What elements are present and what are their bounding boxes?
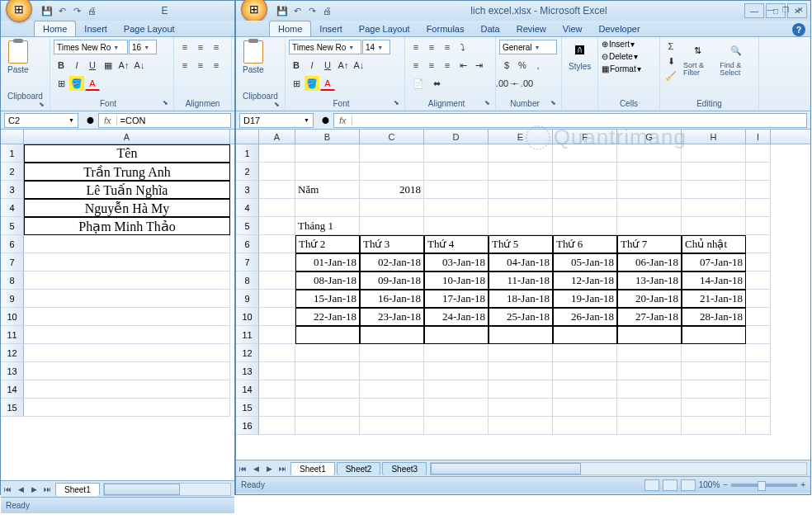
tab-review[interactable]: Review — [508, 21, 555, 36]
autosum-icon[interactable]: Σ — [663, 39, 678, 54]
cell[interactable] — [424, 326, 489, 344]
cell[interactable] — [259, 253, 295, 271]
row-header-13[interactable]: 13 — [236, 362, 259, 380]
cell[interactable] — [489, 344, 553, 362]
cell[interactable] — [489, 417, 553, 435]
select-all-corner[interactable] — [1, 130, 24, 144]
cell[interactable] — [682, 417, 746, 435]
cell[interactable] — [24, 344, 230, 362]
row-header-16[interactable]: 16 — [236, 417, 259, 435]
cell[interactable] — [360, 217, 424, 235]
cell[interactable] — [746, 144, 771, 163]
row-header-6[interactable]: 6 — [236, 235, 259, 253]
row-header-12[interactable]: 12 — [1, 344, 24, 362]
border-button-2[interactable]: ⊞ — [54, 76, 68, 91]
redo-icon[interactable]: ↷ — [305, 4, 319, 17]
cell[interactable]: 01-Jan-18 — [295, 253, 360, 271]
row-header-14[interactable]: 14 — [236, 380, 259, 399]
formula-bar[interactable]: fx — [333, 113, 807, 128]
cell[interactable] — [295, 380, 360, 399]
cell[interactable] — [424, 163, 489, 181]
office-button[interactable]: ⊞ — [6, 0, 32, 22]
col-header-E[interactable]: E — [489, 130, 553, 144]
cell[interactable] — [489, 217, 553, 235]
tab-page-layout[interactable]: Page Layout — [116, 21, 183, 36]
cell[interactable] — [259, 326, 295, 344]
cell[interactable] — [553, 399, 617, 417]
cell[interactable] — [489, 199, 553, 217]
tab-page-layout[interactable]: Page Layout — [351, 21, 418, 36]
cell[interactable]: 22-Jan-18 — [295, 308, 360, 326]
row-header-4[interactable]: 4 — [1, 199, 24, 217]
cell[interactable]: 12-Jan-18 — [553, 271, 617, 290]
delete-button[interactable]: ⊖ Delete ▾ — [602, 52, 638, 61]
cell[interactable]: Thứ 5 — [489, 235, 553, 253]
cell[interactable] — [682, 144, 746, 163]
save-icon[interactable]: 💾 — [40, 4, 54, 17]
align-center-icon[interactable]: ≡ — [424, 58, 439, 73]
fill-color-button[interactable]: 🪣 — [304, 76, 319, 91]
align-right-icon[interactable]: ≡ — [209, 58, 224, 73]
cell[interactable]: Tháng 1 — [295, 217, 360, 235]
save-icon[interactable]: 💾 — [276, 4, 289, 17]
bold-button[interactable]: B — [289, 58, 304, 73]
cell[interactable]: 18-Jan-18 — [489, 290, 553, 308]
cell[interactable] — [682, 399, 746, 417]
row-header-7[interactable]: 7 — [236, 253, 259, 271]
cell[interactable] — [360, 163, 424, 181]
border-button[interactable]: ▦ — [101, 58, 116, 73]
sheet-tab-2[interactable]: Sheet2 — [337, 462, 381, 475]
zoom-slider[interactable] — [731, 484, 797, 487]
currency-icon[interactable]: $ — [499, 58, 514, 73]
font-name-combo[interactable]: Times New Ro▼ — [54, 40, 128, 54]
cell[interactable] — [553, 144, 617, 163]
fill-icon[interactable]: ⬇ — [663, 54, 678, 68]
cell[interactable]: 04-Jan-18 — [489, 253, 553, 271]
undo-icon[interactable]: ↶ — [290, 4, 304, 17]
format-button[interactable]: ▦ Format ▾ — [602, 64, 641, 73]
cell[interactable] — [682, 181, 746, 199]
sheet-tab-1[interactable]: Sheet1 — [55, 483, 100, 496]
cell[interactable]: 02-Jan-18 — [360, 253, 424, 271]
name-box[interactable]: D17▼ — [239, 113, 314, 128]
decrease-font-button[interactable]: A↓ — [132, 58, 147, 73]
underline-button[interactable]: U — [85, 58, 100, 73]
align-bottom-icon[interactable]: ≡ — [440, 40, 455, 54]
last-sheet-icon[interactable]: ⏭ — [276, 462, 289, 475]
indent-dec-icon[interactable]: ⇤ — [456, 58, 470, 73]
decrease-decimal-icon[interactable]: ←.00 — [515, 76, 530, 91]
align-bottom-icon[interactable]: ≡ — [209, 40, 224, 54]
cell[interactable] — [553, 217, 617, 235]
cell[interactable] — [360, 417, 424, 435]
cell[interactable] — [553, 380, 617, 399]
cell[interactable]: Chủ nhật — [682, 235, 746, 253]
tab-home[interactable]: Home — [269, 21, 311, 36]
fx-icon[interactable]: fx — [334, 116, 352, 125]
cell[interactable]: 2018 — [360, 181, 424, 199]
cell[interactable] — [746, 380, 771, 399]
row-header-11[interactable]: 11 — [236, 326, 259, 344]
next-sheet-icon[interactable]: ▶ — [262, 462, 276, 475]
align-right-icon[interactable]: ≡ — [440, 58, 455, 73]
page-break-view-icon[interactable] — [681, 479, 696, 491]
row-header-8[interactable]: 8 — [236, 271, 259, 290]
cell[interactable]: 13-Jan-18 — [617, 271, 682, 290]
cell[interactable] — [259, 217, 295, 235]
comma-icon[interactable]: , — [531, 58, 545, 73]
cell[interactable] — [746, 271, 771, 290]
cell[interactable] — [489, 399, 553, 417]
cell[interactable] — [424, 144, 489, 163]
cell[interactable]: 19-Jan-18 — [553, 290, 617, 308]
zoom-in-icon[interactable]: + — [800, 480, 805, 489]
cell[interactable] — [424, 380, 489, 399]
cell[interactable] — [259, 362, 295, 380]
row-header-13[interactable]: 13 — [1, 362, 24, 380]
mdi-minimize-icon[interactable]: — — [764, 4, 777, 16]
cell[interactable] — [24, 290, 230, 308]
cell[interactable] — [24, 308, 230, 326]
worksheet-grid[interactable]: ABCDEFGHI123Năm201845Tháng 16Thứ 2Thứ 3T… — [236, 130, 810, 460]
align-left-icon[interactable]: ≡ — [177, 58, 192, 73]
cell[interactable] — [24, 235, 230, 253]
col-header-D[interactable]: D — [424, 130, 489, 144]
cell[interactable] — [746, 235, 771, 253]
